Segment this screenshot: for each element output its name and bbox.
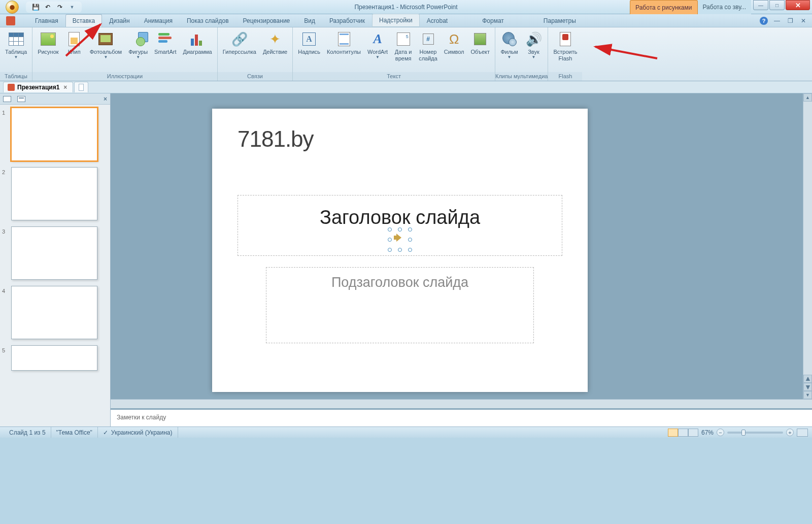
title-placeholder[interactable]: Заголовок слайда [238,195,562,256]
fit-to-window-button[interactable] [797,429,808,437]
document-tab-close-icon[interactable]: × [62,84,69,91]
hyperlink-button[interactable]: 🔗Гиперссылка [220,29,259,57]
annotation-arrow-2 [586,41,662,66]
group-links: 🔗Гиперссылка ✦Действие Связи [218,27,293,81]
help-icon[interactable]: ? [759,16,768,25]
thumb-number: 2 [2,167,8,175]
redo-icon[interactable]: ↷ [55,3,64,12]
table-button[interactable]: Таблица▼ [3,29,29,61]
normal-view-button[interactable] [668,429,678,437]
group-illustrations: Рисунок Клип Фотоальбом▼ Фигуры▼ SmartAr… [32,27,218,81]
document-tab-bar: Презентация1 × [0,81,812,93]
headerfooter-button[interactable]: Колонтитулы [324,29,363,57]
slide-thumbnail-5[interactable] [11,345,97,371]
prev-slide-icon[interactable]: ⯅ [803,375,812,383]
tab-parameters[interactable]: Параметры [536,14,583,27]
view-buttons [668,429,698,437]
tab-developer[interactable]: Разработчик [322,14,372,27]
thumb-number: 1 [2,108,8,116]
tab-format[interactable]: Формат [475,14,511,27]
textbox-button[interactable]: AНадпись [295,29,323,57]
thumbnails-list: 1 2 3 4 5 [0,105,110,427]
group-label-illustrations: Иллюстрации [32,72,217,81]
object-button[interactable]: Объект [468,29,492,57]
save-icon[interactable]: 💾 [31,3,40,12]
scroll-up-icon[interactable]: ▲ [803,93,812,102]
annotation-arrow-1 [61,20,112,61]
qat-dropdown-icon[interactable]: ▼ [67,3,77,12]
panel-close-icon[interactable]: × [104,95,107,103]
slide-thumbnail-2[interactable] [11,167,97,220]
main-area: × 1 2 3 4 5 7181.by Заголовок слайда [0,93,812,427]
vertical-scrollbar[interactable]: ▲ ⯅ ⯆ ▼ [803,93,812,399]
document-tab-label: Презентация1 [17,84,59,91]
tab-slideshow[interactable]: Показ слайдов [180,14,236,27]
thumb-number: 3 [2,226,8,235]
quick-access-toolbar: 💾 ↶ ↷ ▼ [26,2,82,13]
chart-button[interactable]: Диаграмма [181,29,215,57]
context-tab-sound[interactable]: Работа со зву... [698,0,752,14]
subtitle-placeholder-text: Подзаголовок слайда [331,275,468,290]
slideshow-view-button[interactable] [688,429,698,437]
tab-addins[interactable]: Надстройки [372,14,420,27]
slide[interactable]: 7181.by Заголовок слайда Подзаголовок сл… [212,109,588,392]
picture-button[interactable]: Рисунок [35,29,61,57]
action-button[interactable]: ✦Действие [260,29,290,57]
close-button[interactable]: ✕ [786,0,810,10]
subtitle-placeholder[interactable]: Подзаголовок слайда [266,267,534,343]
group-text: AНадпись Колонтитулы AWordArt▼ 5Дата и в… [293,27,495,81]
slide-thumbnail-4[interactable] [11,286,97,339]
shapes-button[interactable]: Фигуры▼ [126,29,150,61]
title-bar: ⬤ 💾 ↶ ↷ ▼ Презентация1 - Microsoft Power… [0,0,812,14]
tab-view[interactable]: Вид [297,14,322,27]
sorter-view-button[interactable] [678,429,688,437]
ppt-file-icon [8,84,15,91]
datetime-button[interactable]: 5Дата и время [392,29,415,63]
context-tab-pictures[interactable]: Работа с рисунками [630,0,697,14]
group-label-links: Связи [218,72,293,81]
status-theme: "Тема Office" [51,427,98,438]
new-document-tab[interactable] [74,82,88,92]
status-language[interactable]: ✓ Украинский (Украина) [98,427,178,438]
zoom-in-button[interactable]: + [786,429,794,436]
tab-acrobat[interactable]: Acrobat [420,14,455,27]
office-button[interactable]: ⬤ [2,0,23,14]
group-tables: Таблица▼ Таблицы [0,27,32,81]
doc-close-icon[interactable]: ✕ [799,16,808,25]
slides-view-icon[interactable] [3,96,11,102]
ribbon-minimize-icon[interactable]: — [772,16,782,25]
spellcheck-icon: ✓ [103,429,108,436]
acrobat-qat-icon[interactable] [6,16,15,25]
doc-restore-icon[interactable]: ❐ [786,16,795,25]
outline-view-icon[interactable] [17,96,25,102]
sound-object[interactable] [393,233,407,247]
movie-button[interactable]: Фильм▼ [498,29,521,61]
minimize-button[interactable]: — [753,0,768,10]
notes-pane[interactable]: Заметки к слайду [111,408,812,427]
document-tab[interactable]: Презентация1 × [3,82,73,92]
tab-review[interactable]: Рецензирование [236,14,297,27]
slidenumber-button[interactable]: #Номер слайда [416,29,440,63]
slide-canvas-area[interactable]: 7181.by Заголовок слайда Подзаголовок сл… [111,93,812,399]
embed-flash-button[interactable]: Встроить Flash [551,29,580,63]
zoom-out-button[interactable]: − [717,429,724,436]
group-label-flash: Flash [548,72,582,81]
zoom-slider[interactable] [727,432,783,434]
zoom-percent[interactable]: 67% [701,429,714,436]
maximize-button[interactable]: □ [769,0,785,10]
sound-button[interactable]: 🔊Звук▼ [522,29,545,61]
slide-thumbnail-1[interactable] [11,108,97,161]
slide-thumbnail-3[interactable] [11,226,97,280]
wordart-button[interactable]: AWordArt▼ [365,29,390,61]
scroll-down-icon[interactable]: ▼ [803,391,812,399]
horizontal-scrollbar[interactable] [111,399,812,408]
undo-icon[interactable]: ↶ [43,3,52,12]
smartart-button[interactable]: SmartArt [152,29,179,57]
tab-home[interactable]: Главная [28,14,65,27]
tab-animation[interactable]: Анимация [137,14,180,27]
new-doc-icon [79,84,84,91]
watermark-text: 7181.by [238,126,314,152]
group-media: Фильм▼ 🔊Звук▼ Клипы мультимедиа [495,27,548,81]
symbol-button[interactable]: ΩСимвол [442,29,467,57]
next-slide-icon[interactable]: ⯆ [803,383,812,391]
